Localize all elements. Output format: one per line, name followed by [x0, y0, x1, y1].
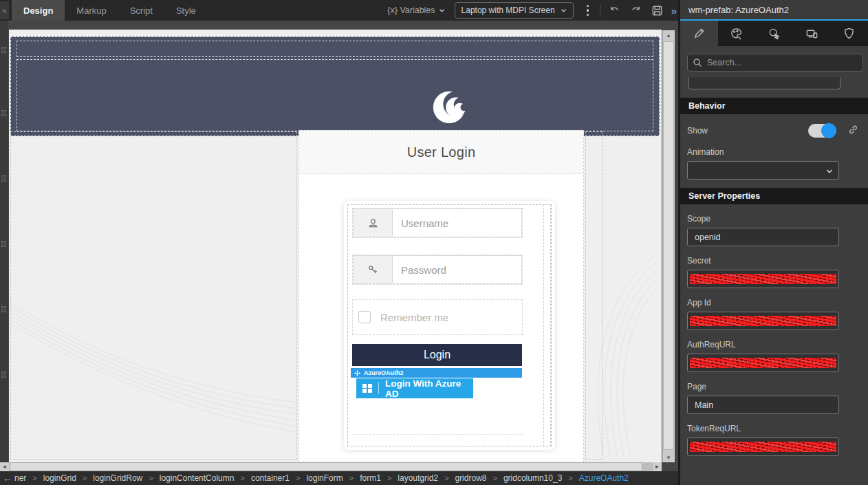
header-logo-row[interactable] [17, 59, 653, 131]
azure-login-label: Login With Azure AD [385, 378, 473, 399]
tab-script[interactable]: Script [118, 0, 164, 21]
breadcrumb-back-icon[interactable]: ← [3, 473, 12, 484]
tab-styles-palette-icon[interactable] [718, 21, 756, 46]
canvas-marker [1, 306, 6, 312]
breadcrumb-item[interactable]: loginGridRow [76, 473, 142, 483]
tokenrequrl-label: TokenReqURL [687, 424, 741, 433]
password-input[interactable] [392, 255, 522, 284]
password-field-row [352, 255, 523, 285]
form-column-outline [543, 204, 551, 446]
authrequrl-input-redacted[interactable] [687, 354, 839, 372]
show-toggle[interactable] [808, 124, 836, 138]
login-form-card[interactable]: Remember me Login AzureOAuth2 Login With… [344, 201, 555, 450]
secret-label: Secret [687, 256, 711, 266]
login-title-band[interactable]: User Login [299, 131, 583, 174]
secret-input-redacted[interactable] [687, 270, 839, 288]
tab-style[interactable]: Style [164, 0, 208, 21]
page-title: User Login [407, 144, 476, 160]
windows-icon [362, 384, 372, 394]
scroll-up-icon[interactable]: ▲ [662, 30, 675, 40]
redaction-scribble [690, 316, 836, 326]
wavemaker-studio: « Design Markup Script Style {x} Variabl… [0, 0, 868, 485]
breadcrumb-item[interactable]: ner [14, 473, 26, 483]
canvas-marker [1, 371, 6, 378]
expand-panel-icon[interactable]: » [671, 5, 675, 17]
username-field-row [352, 208, 523, 238]
breadcrumb-item[interactable]: form1 [343, 473, 381, 483]
empty-grid-row [352, 407, 523, 435]
header-top-strip[interactable] [17, 41, 653, 57]
horizontal-scrollbar[interactable]: ◄ ► [0, 462, 662, 471]
app-id-label: App Id [687, 298, 711, 308]
tab-inspect-magnifier-icon[interactable] [755, 21, 793, 46]
device-selector-value: Laptop with MDPI Screen [462, 6, 555, 15]
remember-me-checkbox[interactable] [358, 311, 371, 323]
prefab-selection-bar[interactable]: AzureOAuth2 [351, 368, 522, 378]
key-icon [353, 255, 392, 284]
breadcrumb-item[interactable]: gridcolumn10_3 [486, 473, 562, 483]
undo-button[interactable] [607, 3, 622, 18]
page-input[interactable] [687, 396, 839, 414]
redaction-scribble [690, 358, 836, 368]
breadcrumb-item[interactable]: loginForm [290, 473, 343, 483]
breadcrumb-item[interactable]: loginGrid [26, 473, 76, 483]
collapse-left-panel-icon[interactable]: « [0, 1, 9, 19]
save-button[interactable] [650, 3, 665, 18]
canvas-gutter [0, 21, 8, 471]
horizontal-scroll-thumb[interactable] [10, 462, 642, 471]
login-button[interactable]: Login [352, 344, 522, 366]
remember-me-label: Remember me [380, 312, 448, 323]
bind-property-link-icon[interactable] [848, 125, 858, 138]
design-canvas: User Login [0, 21, 678, 471]
tab-markup[interactable]: Markup [65, 0, 118, 21]
scrolled-field-partial[interactable] [688, 77, 840, 89]
breadcrumb-item[interactable]: gridrow8 [438, 473, 486, 483]
chevron-down-icon [826, 168, 833, 175]
toolbar-divider [600, 4, 600, 17]
canvas-marker [1, 47, 6, 53]
breadcrumb-item[interactable]: loginContentColumn [142, 473, 234, 483]
animation-select[interactable] [687, 161, 839, 180]
tokenrequrl-input-redacted[interactable] [687, 438, 839, 456]
property-search-input[interactable] [687, 54, 863, 72]
panel-title: wm-prefab: AzureOAuth2 [680, 0, 868, 21]
variables-dropdown[interactable]: {x} Variables [387, 6, 444, 15]
breadcrumb-item[interactable]: layoutgrid2 [381, 473, 438, 483]
vertical-scroll-thumb[interactable] [663, 41, 674, 450]
redaction-scribble [690, 274, 836, 284]
more-options-icon[interactable] [582, 2, 594, 19]
redo-button[interactable] [629, 3, 644, 18]
device-selector[interactable]: Laptop with MDPI Screen [455, 2, 574, 19]
vertical-scrollbar[interactable]: ▲ ▼ [662, 30, 675, 462]
tab-design[interactable]: Design [12, 0, 65, 21]
canvas-marker [1, 175, 6, 182]
page-label: Page [687, 382, 706, 391]
scroll-left-icon[interactable]: ◄ [0, 462, 9, 471]
azure-login-button[interactable]: Login With Azure AD [356, 378, 473, 398]
app-id-input-redacted[interactable] [687, 312, 839, 330]
scope-input[interactable] [687, 228, 839, 246]
left-grid-column[interactable] [10, 131, 297, 460]
scroll-down-icon[interactable]: ▼ [662, 453, 675, 462]
breadcrumb-item-active[interactable]: AzureOAuth2 [562, 473, 628, 483]
brand-wave-logo [430, 87, 470, 127]
page-header[interactable] [10, 36, 660, 136]
prefab-tag-label: AzureOAuth2 [364, 369, 404, 376]
toggle-knob [821, 123, 836, 138]
right-grid-column[interactable] [585, 131, 603, 460]
tab-security-shield-icon[interactable] [830, 21, 868, 46]
tab-properties-pencil-icon[interactable] [680, 21, 718, 46]
login-content-panel[interactable]: User Login [299, 130, 584, 462]
redaction-scribble [690, 442, 836, 452]
username-input[interactable] [392, 208, 522, 237]
animation-label: Animation [687, 147, 724, 157]
breadcrumb: ← ner loginGrid loginGridRow loginConten… [0, 471, 678, 485]
move-icon [354, 370, 360, 376]
canvas-marker [1, 241, 6, 247]
variables-label: {x} Variables [387, 6, 435, 15]
scroll-right-icon[interactable]: ► [653, 462, 662, 471]
remember-me-row: Remember me [352, 299, 523, 335]
search-icon [693, 58, 702, 67]
tab-devices-icon[interactable] [793, 21, 831, 46]
breadcrumb-item[interactable]: container1 [234, 473, 289, 483]
